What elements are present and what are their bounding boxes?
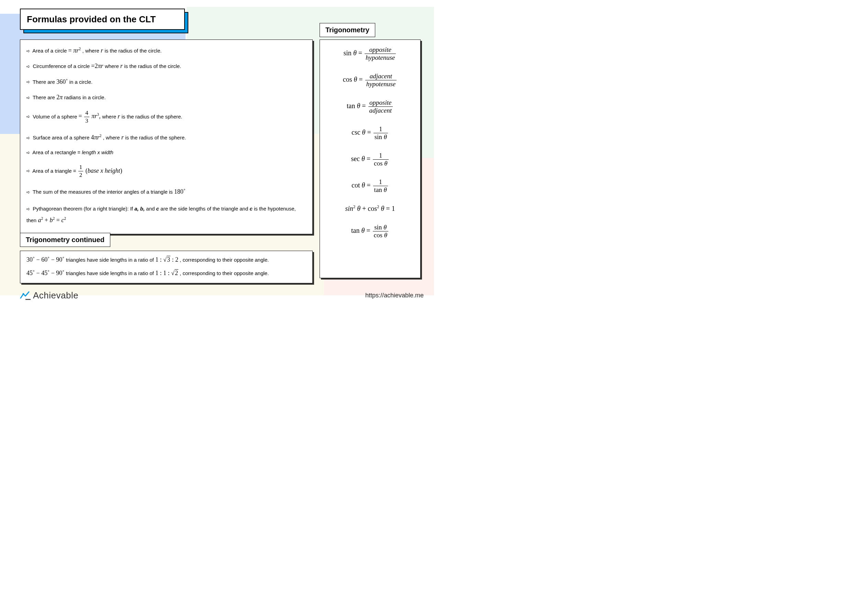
formula-triangle-angles: ➪ The sum of the measures of the interio…	[26, 188, 307, 196]
formula-360: ➪ There are 360˚ in a circle.	[26, 78, 307, 86]
trig-identity: sin2 θ + cos2 θ = 1	[323, 205, 417, 212]
bullet-icon: ➪	[26, 79, 31, 85]
trigonometry-label: Trigonometry	[320, 23, 375, 37]
bullet-icon: ➪	[26, 135, 31, 141]
formula-pythagorean: ➪ Pythagorean theorem (for a right trian…	[26, 204, 307, 226]
trig-cos: cos θ = adjacenthypotenuse	[323, 73, 417, 88]
svg-point-0	[23, 293, 25, 295]
trig-sin: sin θ = oppositehypotenuse	[323, 46, 417, 62]
trig-csc: csc θ = 1sin θ	[323, 126, 417, 141]
formula-2pi-radians: ➪ There are 2π radians in a circle.	[26, 93, 307, 101]
formula-circumference: ➪ Circumference of a circle =2πr where r…	[26, 62, 307, 70]
trig-sec: sec θ = 1cos θ	[323, 152, 417, 167]
trigonometry-continued-label: Trigonometry continued	[20, 233, 110, 247]
trigonometry-continued-panel: 30˚ − 60˚ − 90˚ triangles have side leng…	[20, 251, 313, 283]
brand-url: https://achievable.me	[365, 292, 424, 299]
special-triangle-45-45-90: 45˚ − 45˚ − 90˚ triangles have side leng…	[26, 269, 307, 277]
formula-surface-area-sphere: ➪ Surface area of a sphere 4πr2 , where …	[26, 133, 307, 141]
trig-tan-ratio: tan θ = sin θcos θ	[323, 223, 417, 239]
formula-volume-sphere: ➪ Volume of a sphere = 43 πr3, where r i…	[26, 109, 307, 125]
special-triangle-30-60-90: 30˚ − 60˚ − 90˚ triangles have side leng…	[26, 256, 307, 264]
brand-logo: Achievable	[20, 290, 78, 301]
bullet-icon: ➪	[26, 205, 31, 214]
footer: Achievable https://achievable.me	[20, 290, 424, 301]
brand-text: Achievable	[33, 290, 78, 301]
bullet-icon: ➪	[26, 168, 31, 174]
title-container: Formulas provided on the CLT	[20, 9, 185, 30]
bullet-icon: ➪	[26, 189, 31, 195]
bullet-icon: ➪	[26, 114, 31, 120]
bullet-icon: ➪	[26, 64, 31, 70]
page-title: Formulas provided on the CLT	[20, 9, 185, 30]
brand-icon	[20, 291, 31, 300]
formula-area-circle: ➪ Area of a circle = πr2 , where r is th…	[26, 47, 307, 54]
trig-tan: tan θ = oppositeadjacent	[323, 99, 417, 114]
bullet-icon: ➪	[26, 95, 31, 101]
trig-cot: cot θ = 1tan θ	[323, 178, 417, 194]
formula-area-triangle: ➪ Area of a triangle = 12 (base x height…	[26, 163, 307, 179]
trigonometry-panel: sin θ = oppositehypotenuse cos θ = adjac…	[320, 39, 421, 278]
bullet-icon: ➪	[26, 150, 31, 156]
formula-area-rectangle: ➪ Area of a rectangle = length x width	[26, 149, 307, 156]
formulas-panel: ➪ Area of a circle = πr2 , where r is th…	[20, 39, 313, 234]
bullet-icon: ➪	[26, 48, 31, 54]
